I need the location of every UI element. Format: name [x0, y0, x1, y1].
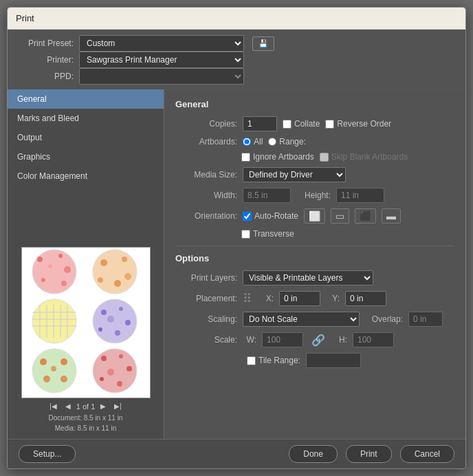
media-size-select[interactable]: Defined by Driver — [243, 167, 346, 182]
copies-row: Copies: Collate Reverse Order — [175, 116, 454, 131]
svg-point-6 — [48, 264, 52, 268]
svg-point-32 — [43, 376, 50, 382]
reverse-order-checkbox[interactable] — [325, 120, 334, 129]
page-indicator: 1 of 1 — [76, 402, 96, 411]
range-radio[interactable] — [268, 138, 276, 146]
svg-point-3 — [64, 266, 71, 273]
dialog-title: Print — [16, 13, 34, 23]
svg-point-25 — [125, 320, 131, 325]
auto-rotate-label: Auto-Rotate — [243, 211, 298, 221]
collate-checkbox-label: Collate — [283, 119, 320, 129]
print-button[interactable]: Print — [346, 445, 392, 463]
title-bar: Print — [8, 8, 465, 30]
svg-point-34 — [51, 366, 56, 371]
tile-range-checkbox[interactable] — [247, 356, 256, 365]
sidebar: General Marks and Bleed Output Graphics … — [8, 89, 164, 439]
cancel-button[interactable]: Cancel — [400, 445, 454, 463]
height-label: Height: — [296, 191, 331, 200]
x-input[interactable] — [279, 291, 320, 306]
sidebar-item-color-management[interactable]: Color Management — [8, 166, 164, 186]
ppd-label: PPD: — [19, 72, 74, 81]
link-icon: 🔗 — [311, 334, 325, 347]
portrait-flip-button[interactable]: ⬛ — [355, 208, 376, 224]
preview-circle-4 — [87, 299, 143, 344]
svg-point-8 — [100, 259, 107, 266]
svg-point-4 — [41, 278, 45, 282]
preview-circle-2 — [87, 249, 143, 294]
svg-point-26 — [98, 327, 102, 332]
next-page-button[interactable]: ▶ — [98, 401, 109, 411]
preview-circle-6 — [87, 348, 143, 393]
ignore-artboards-row: Ignore Artboards Skip Blank Artboards — [175, 152, 454, 162]
copies-label: Copies: — [175, 119, 237, 129]
w-input — [262, 332, 303, 347]
svg-point-27 — [115, 330, 120, 336]
svg-point-5 — [61, 281, 67, 286]
all-radio[interactable] — [243, 138, 251, 146]
printer-select[interactable]: Sawgrass Print Manager — [79, 52, 244, 68]
overlap-label: Overlap: — [365, 314, 403, 324]
scaling-row: Scaling: Do Not Scale Overlap: — [175, 312, 454, 327]
first-page-button[interactable]: |◀ — [47, 401, 60, 411]
tile-range-input — [306, 353, 361, 368]
svg-point-40 — [117, 381, 122, 387]
scale-row: Scale: W: 🔗 H: — [175, 332, 454, 347]
preview-grid — [23, 247, 148, 398]
preview-area: |◀ ◀ 1 of 1 ▶ ▶| Document: 8.5 in x 11 i… — [8, 241, 164, 439]
landscape-button[interactable]: ▭ — [331, 208, 349, 224]
print-preset-label: Print Preset: — [19, 39, 74, 48]
preview-circle-3 — [26, 299, 82, 344]
main-panel: General Copies: Collate Reverse Order Ar… — [164, 89, 465, 439]
reverse-order-checkbox-label: Reverse Order — [325, 119, 391, 129]
h-input — [353, 332, 394, 347]
svg-point-38 — [126, 366, 132, 371]
scaling-label: Scaling: — [175, 314, 237, 324]
tile-range-row: Tile Range: — [175, 353, 454, 368]
skip-blank-checkbox[interactable] — [320, 153, 329, 162]
landscape-flip-button[interactable]: ▬ — [382, 208, 401, 224]
print-preset-select[interactable]: Custom — [79, 35, 244, 52]
width-input — [243, 188, 291, 203]
sidebar-item-marks-and-bleed[interactable]: Marks and Bleed — [8, 109, 164, 128]
svg-point-39 — [100, 377, 104, 381]
placement-label: Placement: — [175, 294, 237, 303]
done-button[interactable]: Done — [289, 445, 338, 463]
artboards-label: Artboards: — [175, 137, 237, 147]
skip-blank-label: Skip Blank Artboards — [320, 152, 408, 162]
portrait-button[interactable]: ⬜ — [304, 208, 325, 224]
y-input[interactable] — [345, 291, 386, 306]
scaling-select[interactable]: Do Not Scale — [243, 312, 360, 327]
collate-checkbox[interactable] — [283, 120, 292, 129]
transverse-checkbox[interactable] — [241, 230, 250, 239]
svg-point-31 — [60, 358, 67, 365]
preview-box — [21, 247, 151, 398]
preview-circle-5 — [26, 348, 82, 393]
ppd-row: PPD: — [19, 68, 454, 85]
svg-point-30 — [40, 358, 47, 365]
prev-page-button[interactable]: ◀ — [63, 401, 74, 411]
auto-rotate-checkbox[interactable] — [243, 212, 252, 221]
w-label: W: — [243, 335, 256, 345]
print-layers-select[interactable]: Visible & Printable Layers — [243, 270, 373, 285]
ignore-artboards-label: Ignore Artboards — [241, 152, 314, 162]
last-page-button[interactable]: ▶| — [111, 401, 124, 411]
main-content: General Marks and Bleed Output Graphics … — [8, 89, 465, 439]
svg-point-24 — [119, 307, 123, 311]
sidebar-item-output[interactable]: Output — [8, 128, 164, 147]
ppd-select[interactable] — [79, 68, 244, 85]
svg-point-36 — [101, 356, 107, 361]
sidebar-nav: General Marks and Bleed Output Graphics … — [8, 89, 164, 241]
sidebar-item-graphics[interactable]: Graphics — [8, 147, 164, 166]
overlap-input — [408, 312, 443, 327]
artboards-row: Artboards: All Range: — [175, 137, 454, 147]
copies-input[interactable] — [243, 116, 277, 131]
y-label: Y: — [326, 294, 340, 303]
setup-button[interactable]: Setup... — [19, 445, 76, 463]
save-preset-button[interactable]: 💾 — [252, 36, 274, 51]
svg-point-13 — [32, 299, 76, 343]
height-input — [336, 188, 384, 203]
sidebar-item-general[interactable]: General — [8, 89, 164, 109]
ignore-artboards-checkbox[interactable] — [241, 153, 250, 162]
scale-label: Scale: — [175, 335, 237, 345]
range-radio-label: Range: — [268, 137, 306, 147]
